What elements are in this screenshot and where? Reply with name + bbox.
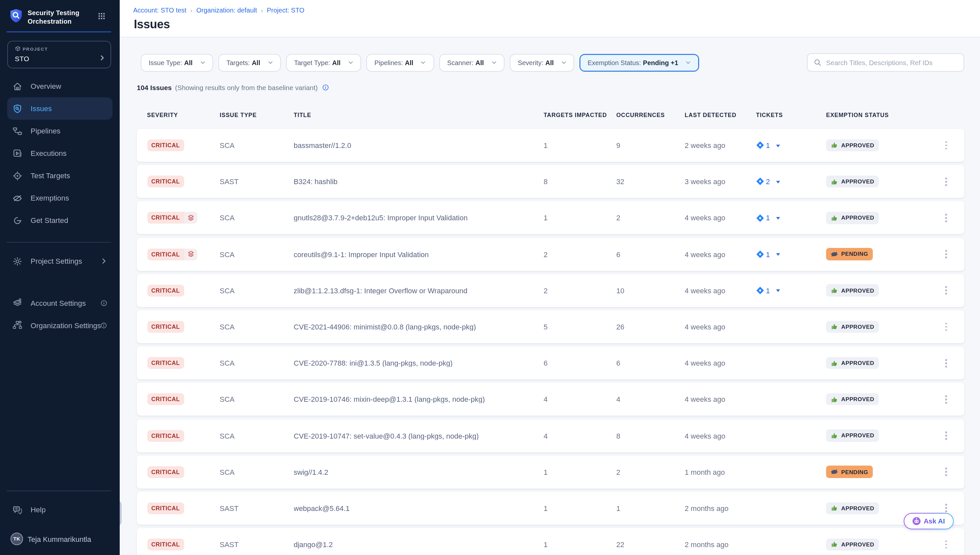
row-menu-button[interactable] bbox=[943, 357, 949, 369]
issue-title: django@1.2 bbox=[294, 541, 544, 549]
filter-severity[interactable]: Severity:All bbox=[510, 54, 574, 71]
table-row[interactable]: CRITICAL SAST webpack@5.64.1 1 1 2 month… bbox=[137, 492, 964, 525]
table-row[interactable]: CRITICAL SCA zlib@1:1.2.13.dfsg-1: Integ… bbox=[137, 274, 964, 307]
module-grid-icon[interactable] bbox=[97, 11, 106, 20]
cube-icon bbox=[15, 46, 20, 51]
issue-title: zlib@1:1.2.13.dfsg-1: Integer Overflow o… bbox=[294, 287, 544, 295]
ticket-link[interactable]: 1 bbox=[756, 214, 826, 222]
ticket-link[interactable]: 1 bbox=[756, 141, 826, 149]
issue-title: webpack@5.64.1 bbox=[294, 504, 544, 512]
breadcrumb-link[interactable]: Organization: default bbox=[196, 6, 257, 14]
chevron-right-icon bbox=[101, 258, 107, 264]
sidebar-item-exemptions[interactable]: Exemptions bbox=[7, 187, 112, 209]
table-header: SEVERITYISSUE TYPETITLETARGETS IMPACTEDO… bbox=[137, 112, 964, 119]
get-started-icon bbox=[13, 215, 22, 225]
issue-type: SAST bbox=[220, 504, 294, 512]
sidebar-item-pipelines[interactable]: Pipelines bbox=[7, 120, 112, 142]
occurrences: 6 bbox=[616, 250, 685, 258]
targets-impacted: 1 bbox=[544, 468, 616, 476]
thumbs-up-icon bbox=[831, 505, 838, 512]
row-menu-button[interactable] bbox=[943, 321, 949, 333]
filter-targets[interactable]: Targets:All bbox=[219, 54, 281, 71]
sidebar-item-account-settings[interactable]: Account Settings bbox=[7, 292, 112, 314]
issue-type: SAST bbox=[220, 178, 294, 185]
last-detected: 4 weeks ago bbox=[685, 396, 756, 403]
row-menu-button[interactable] bbox=[943, 176, 949, 188]
sidebar-item-issues[interactable]: Issues bbox=[7, 97, 112, 120]
ticket-link[interactable]: 1 bbox=[756, 250, 826, 258]
pipelines-icon bbox=[13, 126, 22, 136]
info-icon[interactable] bbox=[322, 84, 329, 91]
breadcrumb-link[interactable]: Project: STO bbox=[267, 6, 305, 14]
severity-badge: CRITICAL bbox=[147, 248, 184, 260]
occurrences: 32 bbox=[616, 178, 685, 185]
ticket-link[interactable]: 2 bbox=[756, 178, 826, 185]
sidebar-item-help[interactable]: ?Help bbox=[7, 499, 112, 521]
filter-label: Pipelines: bbox=[375, 59, 403, 66]
sidebar: Security Testing Orchestration PROJECT S… bbox=[0, 0, 120, 555]
column-header-occurrences: OCCURRENCES bbox=[616, 112, 685, 119]
sidebar-item-organization-settings[interactable]: Organization Settings bbox=[7, 314, 112, 336]
sidebar-item-overview[interactable]: Overview bbox=[7, 75, 112, 97]
breadcrumb-link[interactable]: Account: STO test bbox=[133, 6, 186, 14]
row-menu-button[interactable] bbox=[943, 430, 949, 442]
content-area: Issue Type:AllTargets:AllTarget Type:All… bbox=[120, 37, 980, 555]
column-header-tickets: TICKETS bbox=[756, 112, 826, 119]
row-menu-button[interactable] bbox=[943, 212, 949, 224]
user-profile[interactable]: TK Teja Kummarikuntla bbox=[11, 533, 112, 545]
thumbs-up-icon bbox=[831, 541, 838, 548]
row-menu-button[interactable] bbox=[943, 466, 949, 478]
avatar: TK bbox=[11, 533, 23, 545]
exemption-status-badge: APPROVED bbox=[826, 538, 879, 550]
table-row[interactable]: CRITICAL SAST B324: hashlib 8 32 3 weeks… bbox=[137, 165, 964, 198]
severity-badge: CRITICAL bbox=[147, 502, 184, 514]
search-icon bbox=[813, 59, 821, 66]
row-menu-button[interactable] bbox=[943, 502, 949, 515]
column-header-issue-type: ISSUE TYPE bbox=[220, 112, 294, 119]
caret-down-icon bbox=[776, 290, 780, 292]
filter-target-type[interactable]: Target Type:All bbox=[286, 54, 361, 71]
main-content: Account: STO test›Organization: default›… bbox=[120, 0, 980, 555]
table-row[interactable]: CRITICAL SCA gnutls28@3.7.9-2+deb12u5: I… bbox=[137, 202, 964, 234]
filter-value: All bbox=[332, 59, 341, 66]
row-menu-button[interactable] bbox=[943, 538, 949, 551]
targets-impacted: 1 bbox=[544, 141, 616, 149]
filter-pipelines[interactable]: Pipelines:All bbox=[367, 54, 434, 71]
table-row[interactable]: CRITICAL SCA CVE-2019-10747: set-value@0… bbox=[137, 419, 964, 452]
table-row[interactable]: CRITICAL SCA CVE-2020-7788: ini@1.3.5 (l… bbox=[137, 346, 964, 379]
search-box[interactable] bbox=[807, 53, 964, 72]
jira-icon bbox=[756, 178, 763, 185]
search-input[interactable] bbox=[826, 59, 958, 66]
filter-label: Severity: bbox=[518, 59, 543, 66]
table-row[interactable]: CRITICAL SCA coreutils@9.1-1: Improper I… bbox=[137, 238, 964, 271]
table-row[interactable]: CRITICAL SCA CVE-2019-10746: mixin-deep@… bbox=[137, 383, 964, 416]
row-menu-button[interactable] bbox=[943, 248, 949, 260]
filter-value: All bbox=[405, 59, 413, 66]
sidebar-item-executions[interactable]: Executions bbox=[7, 142, 112, 164]
jira-icon bbox=[756, 142, 763, 149]
issue-title: gnutls28@3.7.9-2+deb12u5: Improper Input… bbox=[294, 214, 544, 222]
last-detected: 4 weeks ago bbox=[685, 287, 756, 295]
row-menu-button[interactable] bbox=[943, 139, 949, 152]
filter-exemption-status[interactable]: Exemption Status:Pending +1 bbox=[580, 54, 699, 71]
sidebar-item-project-settings[interactable]: Project Settings bbox=[7, 250, 112, 272]
exemption-status-badge: APPROVED bbox=[826, 212, 879, 224]
filter-scanner[interactable]: Scanner:All bbox=[439, 54, 505, 71]
filter-issue-type[interactable]: Issue Type:All bbox=[141, 54, 213, 71]
table-row[interactable]: CRITICAL SCA CVE-2021-44906: minimist@0.… bbox=[137, 310, 964, 343]
project-selector[interactable]: PROJECT STO bbox=[7, 41, 111, 68]
layers-icon bbox=[184, 212, 197, 224]
module-accent-line bbox=[6, 31, 111, 32]
table-row[interactable]: CRITICAL SCA swig//1.4.2 1 2 1 month ago… bbox=[137, 456, 964, 488]
jira-icon bbox=[756, 214, 763, 221]
sidebar-item-get-started[interactable]: Get Started bbox=[7, 209, 112, 231]
table-row[interactable]: CRITICAL SAST django@1.2 1 22 2 months a… bbox=[137, 528, 964, 555]
issue-title: swig//1.4.2 bbox=[294, 468, 544, 476]
last-detected: 4 weeks ago bbox=[685, 250, 756, 258]
ask-ai-button[interactable]: Ask AI bbox=[904, 513, 954, 529]
row-menu-button[interactable] bbox=[943, 393, 949, 406]
ticket-link[interactable]: 1 bbox=[756, 287, 826, 295]
sidebar-item-test-targets[interactable]: Test Targets bbox=[7, 164, 112, 187]
table-row[interactable]: CRITICAL SCA bassmaster//1.2.0 1 9 2 wee… bbox=[137, 129, 964, 162]
row-menu-button[interactable] bbox=[943, 284, 949, 297]
